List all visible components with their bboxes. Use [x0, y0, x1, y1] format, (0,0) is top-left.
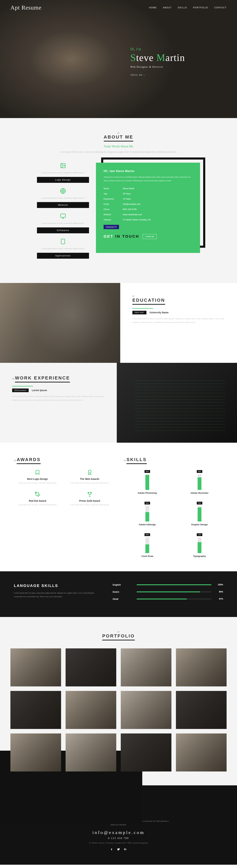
service-label[interactable]: Softwares — [37, 227, 89, 233]
nav-about[interactable]: ABOUT — [163, 6, 172, 9]
download-cv-button[interactable]: Download CV — [104, 225, 119, 229]
edu-divider — [132, 308, 153, 309]
wrk-year: 2016-present — [12, 389, 29, 392]
award-prime-gold-award: Prime Gold AwardLorem ipsum dolor sit am… — [66, 492, 113, 506]
get-in-touch: GET IN TOUCH Contact Me — [104, 234, 193, 239]
education-content: 02 EDUCATION 2003-2007 University Name L… — [120, 283, 237, 363]
skill-typography: 70%Typography — [176, 533, 223, 557]
portfolio-item[interactable] — [10, 734, 61, 772]
services-col: Lorem ipsum dolor sit amet, consectetur … — [37, 163, 89, 259]
hero-intro: Hi, I'm Steve Martin Web Designer & Dire… — [130, 47, 185, 76]
about-subhead: Some Words About Me — [10, 145, 227, 148]
work-section: 03 WORK EXPERIENCE 2016-present Lorem Ip… — [0, 363, 237, 443]
portfolio-item[interactable] — [121, 691, 171, 729]
service-label[interactable]: Logo Design — [37, 177, 89, 183]
ct-phone[interactable]: 0 123 456 789 — [10, 837, 227, 840]
awards-col: 04 AWARDS Best Logo DesignLorem ipsum do… — [14, 457, 113, 557]
facebook-icon[interactable] — [110, 848, 113, 851]
skill-graphic-design: 90%Graphic Design — [176, 501, 223, 526]
service-desc: Lorem ipsum dolor sit amet, consectetur … — [37, 196, 89, 200]
skills-grid: 95%Adobe Photoshop80%Adobe Illustrator60… — [124, 470, 223, 557]
social-row — [10, 848, 227, 851]
wrk-desc: Lorem ipsum dolor sit amet, consectetur … — [12, 395, 105, 402]
wrk-divider — [12, 386, 33, 386]
portfolio-item[interactable] — [176, 648, 227, 686]
about-grid: Lorem ipsum dolor sit amet, consectetur … — [10, 163, 227, 259]
sk-num: 05 — [124, 459, 126, 461]
service-label[interactable]: Website — [37, 202, 89, 208]
award-the-web-awards: The Web AwardsLorem ipsum dolor sit amet… — [66, 470, 113, 485]
info-row-phone: Phone0031 345 6789 — [104, 207, 193, 212]
service-logo-design: Lorem ipsum dolor sit amet, consectetur … — [37, 163, 89, 183]
portfolio-grid — [10, 648, 227, 772]
pf-num: 07 — [10, 631, 227, 633]
lang-title: LANGUAGE SKILLS — [14, 584, 99, 588]
skills-col: 05 SKILLS 95%Adobe Photoshop80%Adobe Ill… — [124, 457, 223, 557]
award-red-dot-award: Red Dot AwardLorem ipsum dolor sit amet,… — [14, 492, 61, 506]
info-rows: NameSteve MartinAge29 YearsExperience+6 … — [104, 186, 193, 222]
work-image — [117, 363, 237, 443]
hero-cta[interactable]: About me — [130, 73, 145, 76]
portfolio-item[interactable] — [66, 691, 116, 729]
service-label[interactable]: Applications — [37, 253, 89, 259]
nav-home[interactable]: HOME — [149, 6, 157, 9]
portfolio-section: 07 PORTFOLIO — [0, 617, 237, 785]
portfolio-item[interactable] — [121, 648, 171, 686]
info-row-name: NameSteve Martin — [104, 186, 193, 191]
edu-school: University Name — [149, 311, 169, 314]
awards-skills-section: 04 AWARDS Best Logo DesignLorem ipsum do… — [0, 443, 237, 571]
about-card: HI!, Iam Steve Martin Aliquam nec rhoncu… — [96, 163, 200, 253]
edu-year: 2003-2007 — [132, 311, 146, 314]
lang-bars: English100%Dutch85%Hindi67% — [113, 584, 223, 605]
portfolio-item[interactable] — [10, 691, 61, 729]
about-card-h: HI!, Iam Steve Martin — [104, 169, 193, 173]
edu-num: 02 — [132, 295, 225, 297]
lang-dutch: Dutch85% — [113, 591, 223, 593]
google-plus-icon[interactable] — [124, 848, 127, 851]
ct-email[interactable]: info@example.com — [10, 830, 227, 835]
wrk-role: Lorem Ipsum — [32, 389, 47, 392]
portfolio-item[interactable] — [121, 734, 171, 772]
info-row-address: Address27 Nether Street, Finchley, UK — [104, 217, 193, 222]
hero-name: Steve Martin — [130, 52, 185, 63]
hero: Apt Resume HOME ABOUT SKILLS PORTFOLIO C… — [0, 0, 237, 118]
twitter-icon[interactable] — [117, 848, 120, 851]
about-card-intro: Aliquam nec rhoncus eros, at eleifend tu… — [104, 175, 193, 182]
portfolio-item[interactable] — [176, 734, 227, 772]
nav-bar: Apt Resume HOME ABOUT SKILLS PORTFOLIO C… — [0, 0, 237, 15]
nav-contact[interactable]: CONTACT — [214, 6, 227, 9]
sayhello-section: SAY HELLO Send — [0, 865, 237, 868]
portfolio-item[interactable] — [66, 648, 116, 686]
brand-logo[interactable]: Apt Resume — [10, 4, 41, 11]
about-section: 01 ABOUT ME Some Words About Me Lorem ip… — [0, 118, 237, 283]
service-website: Lorem ipsum dolor sit amet, consectetur … — [37, 188, 89, 208]
sk-title: SKILLS — [127, 457, 146, 464]
nav-portfolio[interactable]: PORTFOLIO — [193, 6, 208, 9]
nav-skills[interactable]: SKILLS — [178, 6, 187, 9]
hero-role: Web Designer & Director — [130, 66, 185, 68]
wrk-num: 03 — [12, 378, 14, 380]
aw-title: AWARDS — [16, 457, 41, 464]
service-desc: Lorem ipsum dolor sit amet, consectetur … — [37, 221, 89, 225]
lang-desc: Lorem ipsum dolor sit amet, consectetur … — [14, 591, 99, 598]
service-softwares: Lorem ipsum dolor sit amet, consectetur … — [37, 213, 89, 233]
skill-adobe-indesign: 60%Adobe InDesign — [124, 501, 171, 526]
pf-title: PORTFOLIO — [102, 633, 135, 641]
awards-grid: Best Logo DesignLorem ipsum dolor sit am… — [14, 470, 113, 506]
svg-point-1 — [62, 164, 63, 165]
ct-addr: 27 Nether Street, Finchley, London N12 7… — [10, 842, 227, 844]
aw-num: 04 — [14, 459, 16, 461]
info-row-email: Emailinfo@example.com — [104, 202, 193, 207]
hero-bg-image — [0, 0, 237, 118]
hero-hi: Hi, I'm — [130, 47, 185, 51]
contact-me-button[interactable]: Contact Me — [143, 234, 157, 239]
portfolio-item[interactable] — [10, 648, 61, 686]
skill-adobe-illustrator: 80%Adobe Illustrator — [176, 470, 223, 494]
portfolio-item[interactable] — [66, 734, 116, 772]
skill-adobe-photoshop: 95%Adobe Photoshop — [124, 470, 171, 494]
portfolio-item[interactable] — [176, 691, 227, 729]
service-desc: Lorem ipsum dolor sit amet, consectetur … — [37, 247, 89, 250]
info-row-experience: Experience+6 Years — [104, 196, 193, 202]
education-image — [0, 283, 120, 363]
git-label: GET IN TOUCH — [104, 234, 139, 239]
